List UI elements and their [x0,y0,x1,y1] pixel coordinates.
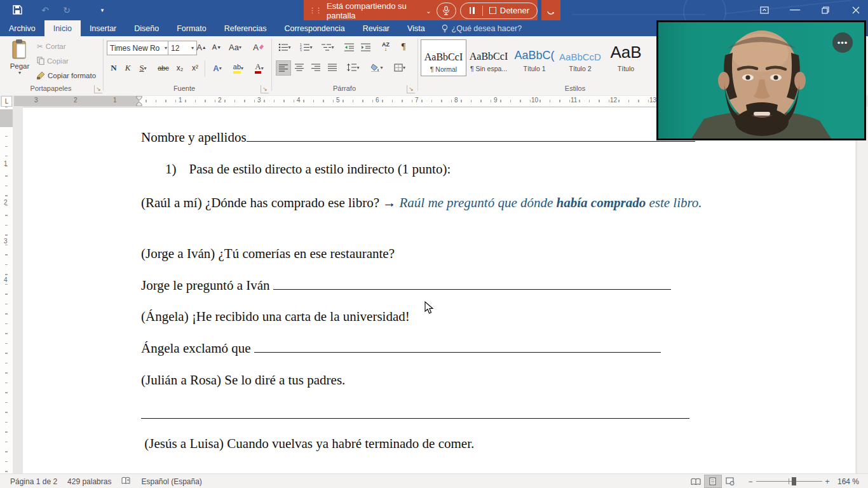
page-indicator[interactable]: Página 1 de 2 [10,477,57,486]
paragraph-dialog-launcher[interactable]: ↘ [407,85,415,93]
print-layout-button[interactable] [704,475,722,488]
zoom-level[interactable]: 164 % [837,477,859,486]
style-no-spacing[interactable]: AaBbCcI ¶ Sin espa... [466,39,511,75]
style-heading2[interactable]: AaBbCcD Título 2 [558,39,602,75]
pause-sharing-button[interactable] [462,7,482,14]
justify-button[interactable] [325,60,339,74]
clipboard-dialog-launcher[interactable]: ↘ [94,85,102,93]
mouse-cursor [424,301,434,315]
grow-font-button[interactable]: A▲ [194,40,208,54]
tab-archivo[interactable]: Archivo [0,20,44,36]
microphone-button[interactable] [437,3,456,19]
doc-name-line[interactable]: Nombre y apellidos [141,129,695,146]
change-case-button[interactable]: Aa▾ [226,40,244,54]
doc-angela-question[interactable]: (Ángela) ¡He recibido una carta de la un… [141,309,410,325]
superscript-button[interactable]: x² [188,61,202,75]
font-color-button[interactable]: A▾ [250,61,268,75]
align-left-button[interactable] [276,60,291,76]
clear-formatting-button[interactable]: A [252,40,266,54]
webcam-more-button[interactable]: ••• [832,32,853,53]
subscript-button[interactable]: x₂ [173,61,187,75]
save-icon[interactable] [9,0,25,20]
increase-indent-button[interactable] [358,40,372,54]
tab-formato[interactable]: Formato [168,20,215,36]
line-spacing-button[interactable]: ▾ [344,60,362,74]
web-layout-button[interactable] [722,475,738,487]
paste-button[interactable]: Pegar ▾ [5,39,34,76]
proofing-icon[interactable] [121,477,131,487]
zoom-slider[interactable] [756,475,822,487]
zoom-slider-thumb[interactable] [792,477,796,485]
document-page[interactable]: Nombre y apellidos 1)Pasa de estilo dire… [23,107,855,474]
ribbon-display-options-button[interactable] [755,0,774,20]
doc-jesus-question[interactable]: (Jesús a Luisa) Cuando vuelvas ya habré … [141,436,474,452]
fill-in-blank[interactable] [247,129,695,142]
strikethrough-button[interactable]: abc [155,61,172,75]
redo-icon[interactable]: ↻ [58,0,75,20]
paste-dropdown-icon[interactable]: ▾ [5,70,34,76]
borders-button[interactable]: ▾ [390,60,409,74]
bullets-button[interactable]: ▾ [276,40,294,54]
doc-question1-heading[interactable]: 1)Pasa de estilo directo a estilo indire… [165,161,451,177]
shading-button[interactable]: ▾ [367,60,386,74]
zoom-in-button[interactable]: + [822,477,832,486]
language-indicator[interactable]: Español (España) [141,477,201,486]
show-marks-button[interactable]: ¶ [397,40,410,54]
shrink-font-button[interactable]: A▼ [210,40,224,54]
dropdown-icon: ▾ [191,45,194,51]
cut-button[interactable]: ✂Cortar [37,42,66,51]
doc-julian-question[interactable]: (Julián a Rosa) Se lo diré a tus padres. [141,372,345,388]
minimize-button[interactable]: — [785,0,804,20]
style-heading1[interactable]: AaBbC( Título 1 [512,39,557,75]
customize-qat-icon[interactable]: ▾ [94,0,111,20]
align-center-button[interactable] [292,60,306,74]
italic-button[interactable]: K [121,61,135,75]
tab-inicio[interactable]: Inicio [44,20,81,36]
font-dialog-launcher[interactable]: ↘ [261,85,269,93]
tab-vista[interactable]: Vista [398,20,434,36]
restore-button[interactable] [816,0,835,20]
copy-button[interactable]: Copiar [37,57,69,65]
bullets-icon [278,43,288,51]
zoom-out-button[interactable]: − [745,477,756,486]
text-effects-button[interactable]: A▾ [208,61,226,75]
doc-angela-answer[interactable]: Ángela exclamó que [141,340,661,356]
font-family-combobox[interactable]: Times New Ro▾ [107,41,170,55]
drag-handle-icon[interactable]: ⋮⋮ [309,6,322,15]
stop-sharing-button[interactable]: Detener [483,6,536,15]
align-right-button[interactable] [309,60,323,74]
change-share-button[interactable] [541,0,560,20]
vertical-scrollbar[interactable] [857,107,868,473]
doc-jorge-answer[interactable]: Jorge le preguntó a Iván [141,277,671,294]
tab-revisar[interactable]: Revisar [354,20,398,36]
tab-diseno[interactable]: Diseño [125,20,168,36]
decrease-indent-button[interactable] [342,40,356,54]
tab-selector[interactable]: L [1,96,12,107]
chevron-down-icon[interactable]: ⌄ [426,8,431,15]
tab-referencias[interactable]: Referencias [215,20,276,36]
underline-button[interactable]: S▾ [135,61,151,75]
fill-in-blank[interactable] [254,340,661,353]
style-title[interactable]: AaB Título [604,39,648,75]
bold-button[interactable]: N [107,61,121,75]
read-mode-button[interactable] [688,475,704,487]
highlight-color-button[interactable]: ab▾ [229,61,248,75]
multilevel-list-button[interactable]: ▾ [319,40,337,54]
font-size-combobox[interactable]: 12▾ [168,41,197,55]
tell-me-box[interactable]: ¿Qué desea hacer? [434,20,530,36]
word-count[interactable]: 429 palabras [67,477,111,486]
vertical-ruler[interactable]: 1 2 3 4 [0,107,13,473]
style-normal[interactable]: AaBbCcI ¶ Normal [421,39,466,76]
format-painter-button[interactable]: Copiar formato [37,71,96,79]
tab-correspondencia[interactable]: Correspondencia [275,20,353,36]
numbering-button[interactable]: 123 ▾ [297,40,315,54]
sort-button[interactable]: AZ↓ [379,40,393,54]
fill-in-blank[interactable] [273,277,671,290]
doc-raul-line[interactable]: (Raúl a mí) ¿Dónde has comprado ese libr… [141,192,726,214]
undo-icon[interactable]: ↶ [37,0,53,20]
fill-in-blank[interactable] [141,406,689,419]
doc-jorge-question[interactable]: (Jorge a Iván) ¿Tú comerías en ese resta… [141,246,395,262]
webcam-overlay[interactable]: ••• [656,20,866,140]
close-button[interactable] [846,0,865,20]
tab-insertar[interactable]: Insertar [81,20,125,36]
